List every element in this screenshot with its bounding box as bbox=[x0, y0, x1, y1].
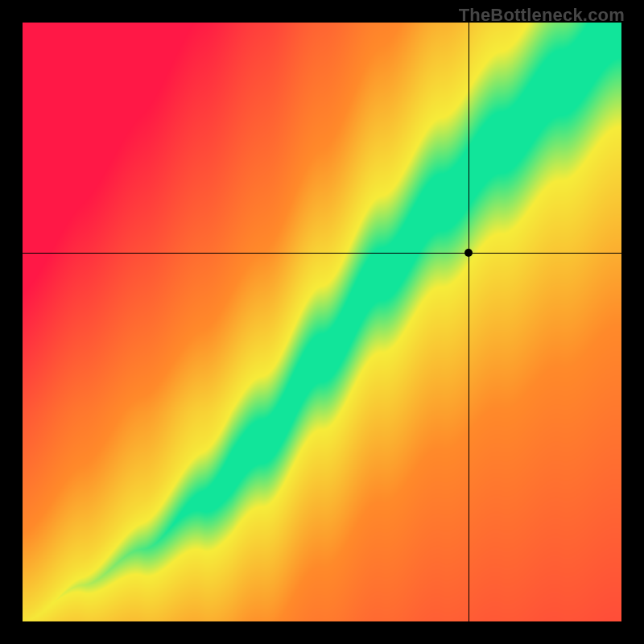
plot-area bbox=[23, 23, 621, 621]
chart-frame: TheBottleneck.com bbox=[0, 0, 644, 644]
watermark-text: TheBottleneck.com bbox=[459, 5, 625, 26]
crosshair-horizontal bbox=[23, 253, 621, 254]
crosshair-vertical bbox=[469, 23, 469, 621]
heatmap-canvas bbox=[23, 23, 621, 621]
